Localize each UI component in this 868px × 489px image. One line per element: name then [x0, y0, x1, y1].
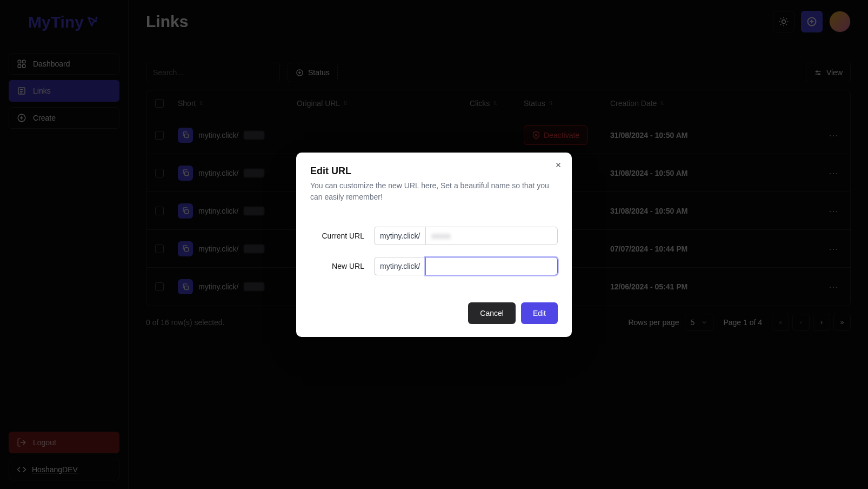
- current-url-field[interactable]: xxxxx: [425, 227, 558, 245]
- new-url-row: New URL mytiny.click/: [310, 257, 558, 275]
- edit-button[interactable]: Edit: [521, 302, 558, 324]
- url-prefix: mytiny.click/: [374, 227, 425, 245]
- modal-description: You can customize the new URL here, Set …: [310, 180, 558, 203]
- new-url-field[interactable]: [425, 257, 558, 275]
- modal-overlay[interactable]: Edit URL You can customize the new URL h…: [0, 0, 868, 489]
- current-url-input-group: mytiny.click/ xxxxx: [374, 227, 558, 245]
- url-prefix: mytiny.click/: [374, 257, 425, 275]
- edit-url-modal: Edit URL You can customize the new URL h…: [296, 153, 572, 337]
- modal-actions: Cancel Edit: [310, 302, 558, 324]
- current-url-row: Current URL mytiny.click/ xxxxx: [310, 227, 558, 245]
- modal-close-button[interactable]: [552, 159, 564, 171]
- modal-title: Edit URL: [310, 166, 558, 177]
- close-icon: [555, 161, 562, 169]
- current-url-label: Current URL: [310, 232, 364, 240]
- new-url-label: New URL: [310, 262, 364, 270]
- cancel-button[interactable]: Cancel: [468, 302, 516, 324]
- new-url-input-group: mytiny.click/: [374, 257, 558, 275]
